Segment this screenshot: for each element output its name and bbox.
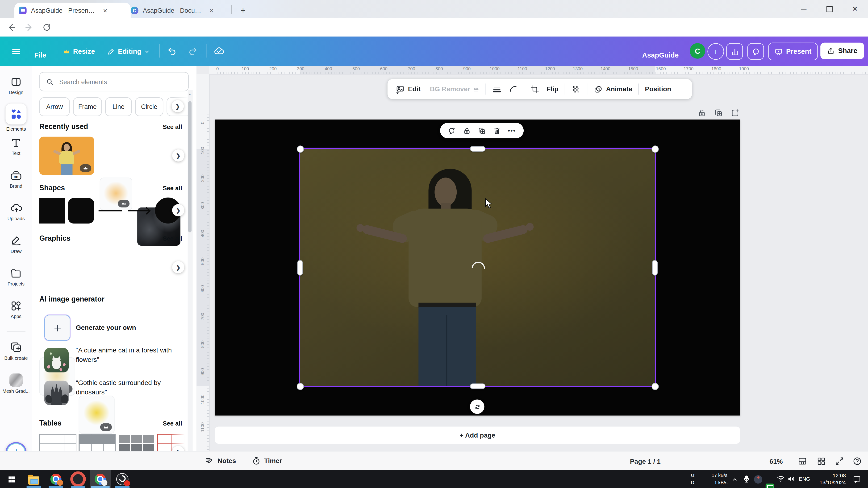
back-icon[interactable]	[7, 23, 16, 32]
shape-square[interactable]	[39, 198, 65, 224]
lock-icon[interactable]	[463, 126, 471, 135]
selected-image[interactable]	[300, 149, 655, 386]
see-all-shapes[interactable]: See all	[163, 185, 182, 191]
redo-button[interactable]	[188, 46, 198, 56]
ai-prompt-cat[interactable]: “A cute anime cat in a forest with flowe…	[76, 346, 179, 365]
timer-button[interactable]: Timer	[252, 456, 282, 465]
clock[interactable]: 12:08 13/10/2024	[815, 473, 846, 486]
filter-chip-frame[interactable]: Frame	[73, 97, 102, 116]
selection-handle-n[interactable]	[470, 146, 486, 152]
reload-icon[interactable]	[42, 23, 52, 32]
see-all-recently-used[interactable]: See all	[163, 123, 182, 130]
stroke-weight-icon[interactable]	[492, 85, 502, 94]
selection-handle-ne[interactable]	[651, 145, 659, 153]
chrome-profile2-button[interactable]	[45, 470, 66, 488]
selection-handle-sw[interactable]	[297, 383, 304, 390]
undo-button[interactable]	[167, 46, 177, 56]
sidebar-item-draw[interactable]: Draw	[0, 234, 32, 254]
wifi-icon[interactable]	[777, 475, 785, 483]
filter-chip-arrow[interactable]: Arrow	[39, 97, 70, 116]
generate-your-own-button[interactable]	[44, 315, 70, 340]
selection-handle-nw[interactable]	[297, 145, 304, 153]
see-all-graphics[interactable]: See all	[163, 235, 182, 242]
comments-button[interactable]	[747, 43, 764, 60]
sidebar-item-bulk-create[interactable]: Bulk create	[0, 341, 32, 361]
duplicate-page-icon[interactable]	[714, 108, 723, 118]
ai-prompt-thumb-cat[interactable]	[44, 348, 69, 372]
file-menu-button[interactable]: File	[34, 52, 46, 59]
shape-arrow[interactable]	[126, 198, 152, 224]
ai-prompt-castle[interactable]: “Gothic castle surrounded by dinosaurs”	[76, 379, 179, 397]
tab-close-icon[interactable]: ✕	[101, 6, 110, 15]
pages-view-button[interactable]	[816, 456, 826, 466]
sidebar-item-brand[interactable]: co Brand	[0, 169, 32, 189]
microphone-icon[interactable]	[743, 474, 750, 484]
position-button[interactable]: Position	[645, 85, 671, 93]
animate-button[interactable]: Animate	[606, 85, 632, 93]
sidebar-item-projects[interactable]: Projects	[0, 267, 32, 287]
tray-recording-icon[interactable]	[754, 475, 762, 484]
tab-close-icon[interactable]: ✕	[207, 6, 216, 15]
export-page-icon[interactable]	[731, 108, 740, 118]
search-box[interactable]	[39, 72, 189, 91]
sidebar-item-mesh-gradient[interactable]: Mesh Grad...	[0, 373, 32, 394]
animate-icon[interactable]	[593, 85, 602, 94]
share-button[interactable]: Share	[820, 43, 864, 59]
sidebar-item-design[interactable]: Design	[0, 76, 32, 95]
window-minimize-button[interactable]: —	[791, 0, 816, 18]
user-avatar[interactable]: C	[690, 43, 705, 59]
insights-button[interactable]	[726, 43, 743, 60]
rotate-handle[interactable]	[470, 399, 485, 414]
selection-handle-e[interactable]	[652, 260, 658, 275]
generate-your-own-label[interactable]: Generate your own	[76, 324, 136, 331]
forward-icon[interactable]	[24, 23, 34, 32]
tray-expand-icon[interactable]	[732, 477, 738, 483]
selection-handle-w[interactable]	[297, 260, 303, 275]
shape-line[interactable]	[97, 198, 123, 224]
chips-scroll-right-button[interactable]: ❯	[172, 100, 184, 112]
shapes-scroll-right-button[interactable]: ❯	[172, 204, 184, 217]
resize-button[interactable]: Resize	[63, 47, 95, 55]
tab-presentation[interactable]: AsapGuide - Presentation ✕	[14, 3, 131, 19]
ai-prompt-thumb-castle[interactable]	[44, 381, 69, 405]
transparency-icon[interactable]	[571, 85, 581, 94]
add-page-button[interactable]: + Add page	[215, 426, 740, 444]
see-all-tables[interactable]: See all	[163, 420, 182, 426]
sidebar-item-uploads[interactable]: Uploads	[0, 202, 32, 221]
graphics-scroll-right-button[interactable]: ❯	[172, 261, 184, 273]
opera-button[interactable]	[67, 470, 88, 488]
notification-center-icon[interactable]	[852, 475, 861, 484]
scroll-up-icon[interactable]: ▲	[187, 92, 192, 96]
notes-button[interactable]: Notes	[206, 456, 236, 465]
help-button[interactable]	[852, 456, 862, 466]
more-options-icon[interactable]: •••	[508, 127, 516, 134]
selection-handle-se[interactable]	[651, 383, 659, 390]
editing-mode-dropdown[interactable]: Editing	[107, 47, 150, 55]
grid-view-button[interactable]	[798, 456, 807, 466]
volume-icon[interactable]	[787, 475, 795, 483]
edit-button[interactable]: Edit	[408, 85, 421, 93]
filter-chip-line[interactable]: Line	[105, 97, 132, 116]
bg-remover-button[interactable]: BG Remover	[430, 85, 470, 93]
sidebar-item-elements[interactable]: Elements	[0, 103, 32, 132]
flip-button[interactable]: Flip	[547, 85, 558, 93]
comment-add-icon[interactable]	[448, 126, 456, 135]
tab-document[interactable]: C AsapGuide - Document (A4) - C ✕	[126, 3, 237, 19]
start-button[interactable]	[1, 470, 22, 488]
project-name[interactable]: AsapGuide	[642, 52, 674, 59]
curve-icon[interactable]	[509, 85, 518, 94]
new-tab-button[interactable]: +	[236, 3, 250, 17]
home-menu-icon[interactable]	[11, 46, 21, 56]
graphic-yellow-glow[interactable]	[79, 396, 115, 434]
filter-chip-circle[interactable]: Circle	[135, 97, 163, 116]
panel-scrollbar-thumb[interactable]	[188, 101, 191, 232]
edit-image-icon[interactable]	[395, 85, 405, 94]
page-lock-icon[interactable]	[698, 108, 706, 118]
fullscreen-button[interactable]	[835, 456, 844, 466]
sidebar-item-apps[interactable]: Apps	[0, 300, 32, 319]
add-member-button[interactable]: +	[707, 43, 724, 60]
canvas-area[interactable]: 0100200300400500600700800900100011001200…	[196, 66, 868, 451]
recent-photo-woman[interactable]	[39, 137, 94, 175]
present-button[interactable]: Present	[769, 43, 818, 60]
selection-handle-s[interactable]	[470, 383, 486, 389]
